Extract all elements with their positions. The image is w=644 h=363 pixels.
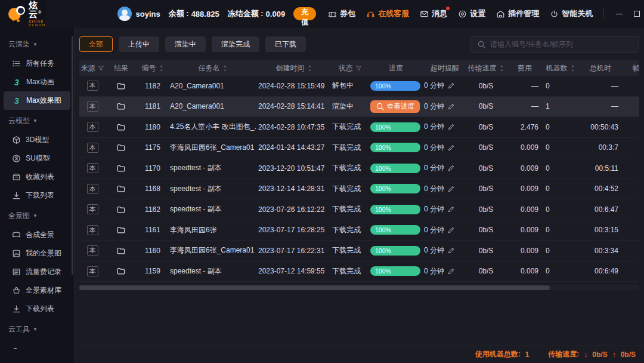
sort-icon[interactable] [499,64,504,72]
horizontal-scrollbar-thumb[interactable] [79,285,550,290]
total-value: 00:5:11 [595,164,618,173]
sidebar-section-header[interactable]: 云模型▼ [0,111,74,131]
column-header-machines[interactable]: 机器数 [544,63,577,73]
recharge-button[interactable]: 充值 [293,7,316,20]
cell-result [106,101,137,111]
edit-timeout-icon[interactable] [447,205,455,213]
filter-tab-已下载[interactable]: 已下载 [265,36,306,52]
machines-value: 0 [546,247,550,255]
sidebar-item-Max效果图[interactable]: 3Max效果图 [4,91,70,110]
edit-timeout-icon[interactable] [447,247,455,254]
sidebar-section-header[interactable]: 全景图▼ [0,206,74,226]
open-folder-button[interactable] [116,225,126,235]
created-value: 2024-01-24 14:43:27 [258,143,324,152]
open-folder-button[interactable] [116,164,126,173]
edit-timeout-icon[interactable] [447,82,455,90]
sidebar-item-全景素材库[interactable]: 全景素材库 [4,281,70,300]
topbar-item-plugins[interactable]: 插件管理 [496,8,539,19]
sidebar-item-收藏列表[interactable]: 收藏列表 [4,168,70,186]
open-folder-button[interactable] [116,101,126,111]
edit-timeout-icon[interactable] [447,267,455,275]
sort-icon[interactable] [159,64,164,72]
topbar-item-settings[interactable]: 设置 [458,8,485,19]
edit-timeout-icon[interactable] [447,103,455,110]
edit-timeout-icon[interactable] [447,185,455,193]
table-row[interactable]: 本1162speedtest - 副本2023-07-26 16:12:22下载… [79,199,639,220]
column-header-fee[interactable]: 费用 [505,63,544,73]
search-input[interactable] [490,40,633,48]
table-row[interactable]: 本1159speedtest - 副本2023-07-12 14:59:55下载… [79,262,639,282]
column-header-source[interactable]: 来源 [79,63,106,73]
column-label: 状态 [339,63,353,73]
column-header-progress[interactable]: 进度 [369,63,423,73]
sidebar-item-流量费记录[interactable]: 流量费记录 [4,263,70,281]
sidebar-item-我的全景图[interactable]: 我的全景图 [4,244,70,263]
open-folder-button[interactable] [116,266,126,276]
horizontal-scrollbar-track[interactable] [79,285,639,290]
open-folder-button[interactable] [116,81,126,91]
table-row[interactable]: 本1160李海凤田园6张_Camera012023-07-17 16:22:31… [79,241,639,262]
sort-icon[interactable] [570,64,575,72]
filter-tab-全部[interactable]: 全部 [79,36,113,52]
table-row[interactable]: 本1181A20_Camera0012024-02-28 15:14:41渲染中… [79,97,639,118]
topbar-item-coupon[interactable]: 券包 [328,8,355,19]
filter-icon[interactable] [98,65,104,72]
timeout-value: 0 分钟 [424,122,444,132]
column-header-result[interactable]: 结果 [106,63,137,73]
sidebar-item-partial[interactable] [4,339,70,358]
filter-tab-上传中[interactable]: 上传中 [119,36,159,52]
user-account[interactable]: soyins [117,7,160,21]
maximize-button[interactable] [629,6,644,21]
topbar-item-messages[interactable]: 消息 [420,8,447,19]
source-badge: 本 [87,163,98,173]
sidebar-scrollbar[interactable] [72,36,73,275]
sidebar-item-下载列表[interactable]: 下载列表 [4,186,70,205]
open-folder-button[interactable] [116,205,126,214]
table-row[interactable]: 本1161李海凤田园6张2023-07-17 16:28:25下载完成100%0… [79,220,639,241]
column-header-timeout[interactable]: 超时提醒 [423,63,467,73]
sidebar-section-header[interactable]: 云工具▼ [0,319,74,339]
download-icon [12,191,21,200]
sort-icon[interactable] [307,64,312,72]
column-header-frames[interactable]: 帧 [624,63,639,73]
filter-tab-渲染中[interactable]: 渲染中 [165,36,206,52]
filter-tab-渲染完成[interactable]: 渲染完成 [212,36,259,52]
sidebar-item-Max动画[interactable]: 3Max动画 [4,73,70,91]
column-header-speed[interactable]: 传输速度 [467,63,505,73]
logo-title: 炫云® [29,1,46,19]
edit-timeout-icon[interactable] [447,123,455,131]
table-row[interactable]: 本1175李海凤田园6张_Camera012024-01-24 14:43:27… [79,138,639,159]
open-folder-button[interactable] [116,246,126,256]
sidebar-section-header[interactable]: 云渲染▼ [0,35,74,54]
column-header-id[interactable]: 编号 [137,63,169,73]
edit-timeout-icon[interactable] [447,164,455,172]
filter-icon[interactable] [355,65,362,72]
open-folder-button[interactable] [116,143,126,152]
column-header-total[interactable]: 总机时 [577,63,624,73]
sidebar-item-SU模型[interactable]: SU模型 [4,149,70,168]
open-folder-button[interactable] [116,184,126,193]
plugin-icon [496,10,505,19]
edit-timeout-icon[interactable] [447,226,455,234]
column-header-name[interactable]: 任务名 [169,63,257,73]
topbar-item-support[interactable]: 在线客服 [366,8,409,19]
topbar-item-shutdown[interactable]: 智能关机 [550,8,593,19]
minimize-button[interactable] [611,6,627,21]
sort-icon[interactable] [222,64,228,72]
sidebar-item-下载列表[interactable]: 下载列表 [4,300,70,318]
column-header-status[interactable]: 状态 [331,63,369,73]
table-row[interactable]: 本1170speedtest - 副本2023-12-20 10:51:47下载… [79,158,639,179]
table-row[interactable]: 本1168speedtest - 副本2023-12-14 14:28:31下载… [79,179,639,200]
sidebar-item-3D模型[interactable]: 3D模型 [4,131,70,149]
user-avatar[interactable] [117,7,132,21]
column-header-created[interactable]: 创建时间 [257,63,331,73]
view-progress-button[interactable]: 查看进度 [370,100,420,113]
open-folder-button[interactable] [116,122,126,132]
edit-timeout-icon[interactable] [447,144,455,152]
sidebar-item-所有任务[interactable]: 所有任务 [4,54,70,73]
sidebar-item-合成全景[interactable]: 合成全景 [4,226,70,244]
table-row[interactable]: 本1182A20_Camera0012024-02-28 15:15:49解包中… [79,76,639,97]
progress-value: 100% [370,144,391,151]
balance: 余额 : 488.825 [169,8,219,19]
table-row[interactable]: 本11804.25名人堂小丰 改出图包_…2024-02-28 10:47:35… [79,117,639,138]
